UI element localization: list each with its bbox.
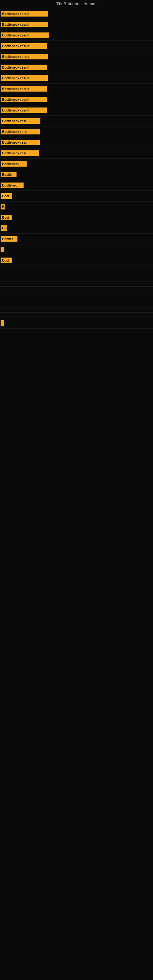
table-row <box>0 286 153 292</box>
bottleneck-result-bar[interactable]: Bottleneck result <box>1 97 47 102</box>
bottleneck-result-bar[interactable]: Bottleneck resu <box>1 150 39 156</box>
table-row <box>0 302 153 307</box>
bottleneck-result-bar[interactable]: Bottleneck result <box>1 65 47 70</box>
bottleneck-result-bar[interactable]: Bottleneck result <box>1 108 47 113</box>
bottleneck-result-bar[interactable]: B <box>1 204 5 210</box>
bottleneck-result-bar[interactable]: Bottleneck result <box>1 11 48 16</box>
site-title: TheBottlenecker.com <box>0 0 153 9</box>
bottleneck-result-bar[interactable]: Bott <box>1 215 12 220</box>
table-row <box>0 276 153 282</box>
table-row: B <box>0 202 153 212</box>
table-row: Bottleneck <box>0 159 153 169</box>
table-row: Bott <box>0 191 153 202</box>
bottleneck-result-bar[interactable]: Bottler <box>1 236 18 242</box>
table-row: Bottleneck resu <box>0 148 153 159</box>
table-row: Bottleneck result <box>0 105 153 116</box>
bottleneck-result-bar[interactable]: Bottleneck result <box>1 32 49 38</box>
bottleneck-result-bar[interactable]: Bottleneck result <box>1 43 47 49</box>
bottleneck-result-bar[interactable]: Bottleneck result <box>1 86 47 92</box>
table-row: Bottleneck resu <box>0 137 153 148</box>
site-title-bar: TheBottlenecker.com <box>0 0 153 9</box>
table-row <box>0 297 153 302</box>
table-row <box>0 282 153 286</box>
bottleneck-result-bar[interactable]: Bottleneck <box>1 161 27 167</box>
bottleneck-result-bar[interactable]: Bottleneck result <box>1 22 48 27</box>
table-row: Bottleneck result <box>0 19 153 30</box>
table-row: Bottler <box>0 234 153 244</box>
table-row <box>0 271 153 276</box>
table-row: Bottle <box>0 169 153 180</box>
table-row <box>0 292 153 297</box>
table-row: Bottlenec <box>0 180 153 191</box>
bottleneck-result-bar[interactable]: Bottleneck resu <box>1 118 40 124</box>
table-row: Bottleneck result <box>0 94 153 105</box>
table-row: Bottleneck result <box>0 73 153 84</box>
table-row: Bottleneck resu <box>0 116 153 126</box>
table-row <box>0 244 153 255</box>
table-row: Bottleneck result <box>0 30 153 41</box>
bottleneck-result-bar[interactable]: Bottleneck resu <box>1 129 40 134</box>
table-row <box>0 318 153 329</box>
bottleneck-result-bar[interactable]: Bott <box>1 258 12 263</box>
table-row: Bottleneck result <box>0 41 153 51</box>
table-row <box>0 266 153 271</box>
table-row: Bottleneck result <box>0 9 153 19</box>
table-row <box>0 307 153 313</box>
table-row <box>0 313 153 318</box>
bottleneck-result-bar[interactable]: Bottleneck resu <box>1 140 40 145</box>
rows-container: Bottleneck resultBottleneck resultBottle… <box>0 9 153 329</box>
bottleneck-result-bar[interactable] <box>1 320 4 326</box>
bottleneck-result-bar[interactable]: Bo <box>1 225 7 231</box>
bottleneck-result-bar[interactable] <box>1 247 4 252</box>
table-row: Bottleneck result <box>0 62 153 73</box>
bottleneck-result-bar[interactable]: Bottleneck result <box>1 75 48 81</box>
bottleneck-result-bar[interactable]: Bott <box>1 193 12 199</box>
table-row: Bottleneck resu <box>0 126 153 137</box>
table-row: Bo <box>0 223 153 234</box>
table-row: Bott <box>0 255 153 266</box>
bottleneck-result-bar[interactable]: Bottlenec <box>1 183 24 188</box>
table-row: Bottleneck result <box>0 51 153 62</box>
table-row: Bott <box>0 212 153 223</box>
bottleneck-result-bar[interactable]: Bottle <box>1 172 16 177</box>
table-row: Bottleneck result <box>0 84 153 94</box>
bottleneck-result-bar[interactable]: Bottleneck result <box>1 54 48 59</box>
